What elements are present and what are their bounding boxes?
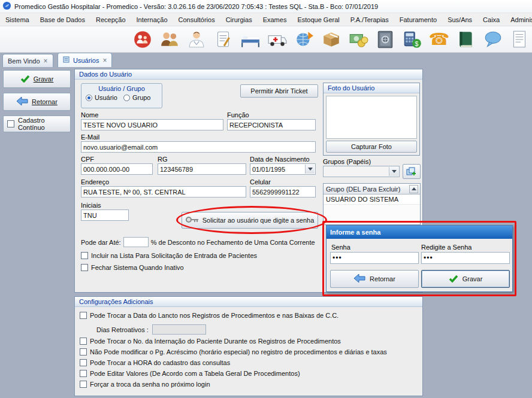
doctor-icon[interactable] [186, 29, 207, 50]
config-label-3: Não Pode modificar o Pg. Acréscimo (horá… [90, 348, 387, 356]
fechar-sistema-checkbox[interactable] [81, 264, 88, 271]
grupos-papeis-combobox[interactable] [323, 166, 400, 177]
config-check-4[interactable]: Pode Trocar a HORA do cadastro das consu… [80, 359, 230, 366]
config-checkbox-1[interactable] [80, 312, 87, 319]
menu-item-sus-ans[interactable]: Sus/Ans [442, 13, 477, 26]
menu-item-exames[interactable]: Exames [258, 13, 292, 26]
medical-record-icon[interactable] [213, 29, 234, 50]
radio-usuario-control[interactable] [86, 95, 92, 101]
radio-grupo[interactable]: Grupo [123, 94, 151, 101]
config-checkbox-4[interactable] [80, 359, 87, 366]
config-check-3[interactable]: Não Pode modificar o Pg. Acréscimo (horá… [80, 348, 387, 356]
gravar-button[interactable]: Gravar [3, 70, 71, 88]
safe-icon[interactable] [374, 29, 396, 50]
tab-close-icon[interactable]: × [44, 58, 48, 64]
ledger-book-icon[interactable] [455, 29, 477, 50]
cadastro-continuo-checkbox[interactable] [7, 120, 14, 127]
endereco-input[interactable]: RUA TESTE, Nº 00, ST. CENTRAL [81, 186, 246, 198]
config-check-6[interactable]: Forçar a troca da senha no próximo login [80, 381, 210, 388]
svg-text:$: $ [415, 40, 418, 47]
config-checkbox-3[interactable] [80, 348, 87, 356]
stock-box-icon[interactable] [321, 29, 342, 50]
grupos-dropdown-icon[interactable] [389, 167, 398, 176]
nascimento-dropdown-icon[interactable] [305, 165, 315, 174]
menu-item-sistema[interactable]: Sistema [0, 13, 35, 26]
desconto-input[interactable] [123, 237, 149, 247]
hospital-bed-icon[interactable] [240, 29, 261, 50]
grid-row[interactable]: USUÁRIO DO SISTEMA [324, 195, 420, 205]
config-check-1[interactable]: Pode Trocar a Data do Lancto nos Registr… [80, 312, 338, 319]
menu-item-recepcao[interactable]: Recepção [90, 13, 131, 26]
menu-item-administracao[interactable]: Administração [505, 13, 532, 26]
phone-icon[interactable]: ☎ [428, 29, 450, 50]
redigite-senha-label: Redigite a Senha [421, 244, 471, 251]
menu-item-cirurgias[interactable]: Cirurgias [220, 13, 258, 26]
email-input[interactable]: novo.usuario@email.com [81, 141, 316, 153]
nascimento-combobox[interactable]: 01/01/1995 [250, 163, 316, 175]
config-label-6: Forçar a troca da senha no próximo login [90, 381, 210, 388]
config-checkbox-2[interactable] [80, 338, 87, 345]
nome-input[interactable]: TESTE NOVO USUARIO [81, 119, 223, 130]
cash-register-icon[interactable]: $ [401, 29, 423, 50]
menu-item-base-de-dados[interactable]: Base de Dados [35, 13, 90, 26]
menu-item-faturamento[interactable]: Faturamento [394, 13, 442, 26]
menu-item-internacao[interactable]: Internação [131, 13, 173, 26]
permitir-abrir-ticket-button[interactable]: Permitir Abrir Ticket [240, 84, 318, 98]
senha-input[interactable]: ••• [330, 252, 419, 264]
config-label-4: Pode Trocar a HORA do cadastro das consu… [90, 359, 230, 366]
dialog-retornar-button[interactable]: Retornar [330, 270, 419, 288]
dias-retroativos-input[interactable] [152, 324, 206, 335]
incluir-lista-checkbox[interactable] [81, 252, 88, 259]
billing-icon[interactable] [347, 29, 369, 50]
tab-usuarios[interactable]: Usuários × [58, 53, 112, 67]
radio-grupo-control[interactable] [123, 95, 130, 101]
radio-usuario[interactable]: Usuário [86, 94, 117, 101]
grupos-grid-header[interactable]: Grupo (DEL Para Excluir) [324, 184, 420, 195]
title-bar: Promedico Gestão Hospitalar - Promedico … [0, 0, 532, 13]
adicionar-grupo-button[interactable] [403, 164, 421, 179]
menu-bar: Sistema Base de Dados Recepção Internaçã… [0, 13, 532, 26]
redigite-senha-input[interactable]: ••• [421, 252, 510, 264]
incluir-lista-checkrow[interactable]: Incluir na Lista Para Solicitação de Ent… [81, 252, 257, 259]
configuracoes-adicionais-panel: Configurações Adicionais Pode Trocar a D… [74, 296, 423, 396]
email-label: E-Mail [81, 133, 99, 141]
retornar-button[interactable]: Retornar [3, 93, 71, 111]
desconto-row: Pode dar Até: % de Desconto no Fechament… [81, 237, 315, 247]
menu-item-estoque-geral[interactable]: Estoque Geral [292, 13, 344, 26]
config-checkbox-6[interactable] [80, 381, 87, 388]
informe-senha-dialog: Informe a senha Senha Redigite a Senha •… [326, 225, 513, 292]
cpf-input[interactable]: 000.000.000-00 [81, 163, 153, 175]
world-reports-icon[interactable] [294, 29, 315, 50]
chat-icon[interactable] [482, 29, 504, 50]
check-icon [20, 75, 30, 84]
users-icon[interactable] [159, 29, 180, 50]
menu-item-consultorios[interactable]: Consultórios [173, 13, 220, 26]
solicitar-senha-label: Solicitar ao usuário que digite a senha [202, 217, 315, 224]
config-check-2[interactable]: Pode Trocar o No. da Internação do Pacie… [80, 338, 341, 345]
capturar-foto-button[interactable]: Capturar Foto [326, 141, 417, 153]
solicitar-senha-button[interactable]: Solicitar ao usuário que digite a senha [182, 212, 318, 229]
menu-item-pa-terapias[interactable]: P.A./Terapias [345, 13, 394, 26]
ambulance-icon[interactable] [267, 29, 288, 50]
fechar-sistema-label: Fechar Sistema Quando Inativo [91, 264, 184, 271]
dialog-gravar-button[interactable]: Gravar [421, 270, 510, 288]
menu-item-caixa[interactable]: Caixa [477, 13, 505, 26]
capturar-foto-label: Capturar Foto [351, 143, 392, 150]
rg-input[interactable]: 123456789 [158, 163, 246, 175]
tab-label: Bem Vindo [8, 57, 40, 65]
config-checkbox-5[interactable] [80, 370, 87, 377]
celular-input[interactable]: 5562999991122 [250, 186, 316, 198]
config-check-5[interactable]: Pode Editar Valores (De Acordo com a Tab… [80, 370, 300, 377]
senha-label: Senha [331, 244, 350, 251]
dialog-title-bar[interactable]: Informe a senha [327, 226, 512, 239]
fechar-sistema-checkrow[interactable]: Fechar Sistema Quando Inativo [81, 264, 184, 271]
funcao-input[interactable]: RECEPCIONISTA [227, 119, 316, 130]
report-page-icon[interactable] [509, 29, 531, 50]
tab-bem-vindo[interactable]: Bem Vindo × [2, 54, 53, 67]
grid-sort-up-icon[interactable] [409, 185, 418, 193]
endereco-label: Endereço [81, 178, 109, 186]
reception-icon[interactable] [132, 29, 153, 50]
window-title: Promedico Gestão Hospitalar - Promedico … [14, 3, 378, 10]
iniciais-input[interactable]: TNU [81, 209, 129, 221]
tab-close-icon[interactable]: × [102, 57, 107, 63]
